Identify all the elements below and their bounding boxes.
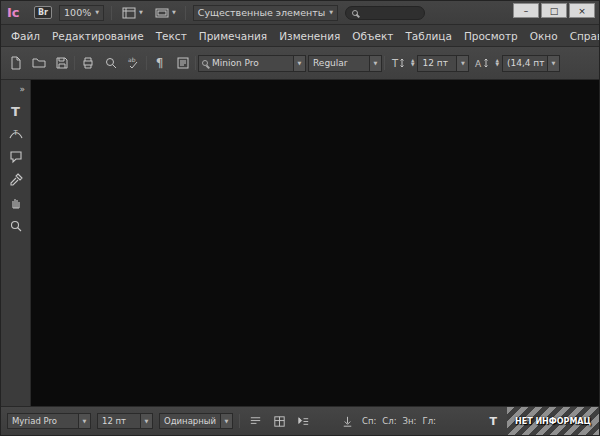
divider (74, 56, 75, 70)
workspace-label: Существенные элементы (198, 7, 325, 18)
type-on-path-icon: T (8, 126, 24, 142)
view-options-icon (121, 6, 137, 20)
text-frame-icon (175, 55, 191, 71)
menu-item-window[interactable]: Окно (524, 27, 564, 45)
grid-icon (272, 414, 287, 429)
eyedropper-icon (8, 172, 24, 188)
minimize-button[interactable]: – (513, 3, 539, 18)
layout-view-button[interactable] (270, 412, 288, 430)
menu-item-view[interactable]: Просмотр (458, 27, 524, 45)
menu-item-notes[interactable]: Примечания (193, 27, 273, 45)
font-family-value: Minion Pro (208, 58, 293, 68)
chevron-down-icon[interactable]: ▼ (140, 414, 152, 428)
close-button[interactable]: × (569, 3, 595, 18)
chevron-down-icon: ▼ (329, 10, 333, 15)
flyout-menu-button[interactable] (294, 412, 312, 430)
depth-counter-label: Гл: (422, 416, 435, 426)
spellcheck-button[interactable]: ab (123, 53, 144, 73)
workspace-switcher[interactable]: Существенные элементы ▼ (193, 5, 338, 21)
spinner-down-icon[interactable]: ▼ (495, 63, 498, 67)
screen-mode-button[interactable]: ▼ (152, 5, 178, 21)
leading-dropdown[interactable]: (14,4 пт ▼ (502, 55, 560, 72)
copyfit-button[interactable] (338, 412, 356, 430)
bridge-button[interactable]: Br (34, 6, 52, 19)
collapse-panel-button[interactable]: » (14, 82, 30, 100)
menu-item-type[interactable]: Текст (150, 27, 193, 45)
divider (239, 414, 240, 428)
new-document-button[interactable] (5, 53, 26, 73)
eyedropper-tool[interactable] (4, 169, 28, 191)
font-style-dropdown[interactable]: Regular ▼ (308, 55, 382, 72)
menu-item-object[interactable]: Объект (346, 27, 399, 45)
incopy-logo: Ic (7, 5, 27, 20)
print-icon (80, 55, 96, 71)
chevron-down-icon[interactable]: ▼ (547, 56, 559, 71)
text-indicator[interactable]: T (485, 415, 501, 428)
menu-item-edit[interactable]: Редактирование (46, 27, 150, 45)
divider (111, 6, 112, 20)
arrow-down-icon (340, 414, 355, 429)
svg-text:ab: ab (128, 56, 136, 63)
search-icon (352, 10, 358, 16)
chevron-down-icon[interactable]: ▼ (293, 56, 305, 71)
print-button[interactable] (77, 53, 98, 73)
chevron-down-icon[interactable]: ▼ (78, 414, 90, 428)
open-button[interactable] (28, 53, 49, 73)
chevron-down-icon[interactable]: ▼ (220, 414, 232, 428)
incopy-window: Ic Br 100% ▼ ▼ ▼ Существенные элементы ▼… (0, 0, 600, 436)
status-font-family-dropdown[interactable]: Myriad Pro ▼ (7, 413, 91, 429)
window-controls: – □ × (513, 3, 595, 18)
search-icon (103, 55, 119, 71)
note-icon (8, 149, 24, 165)
type-tool[interactable]: T (4, 100, 28, 122)
screen-mode-icon (154, 6, 170, 20)
story-frame-button[interactable] (172, 53, 193, 73)
status-font-size-dropdown[interactable]: 12 пт ▼ (97, 413, 153, 429)
depth-counter: Гл: (422, 416, 435, 426)
view-options-button[interactable]: ▼ (119, 5, 145, 21)
chevron-down-icon[interactable]: ▼ (369, 56, 381, 71)
text-lines-icon (248, 414, 263, 429)
control-bar: ab ¶ Minion Pro ▼ Regular ▼ T ▲ ▼ 12 пт … (1, 47, 599, 80)
tools-panel: » T T (1, 80, 31, 406)
paragraph-icon: ¶ (156, 56, 164, 70)
note-tool[interactable] (4, 146, 28, 168)
svg-text:T: T (391, 58, 399, 69)
characters-counter: Зн: (403, 416, 417, 426)
line-spacing-value: Одинарный (160, 416, 220, 426)
find-button[interactable] (100, 53, 121, 73)
menu-item-file[interactable]: Файл (5, 27, 46, 45)
type-tool-icon: T (11, 104, 20, 119)
leading-stepper[interactable]: ▲ ▼ (494, 59, 499, 67)
line-spacing-dropdown[interactable]: Одинарный ▼ (159, 413, 233, 429)
zoom-icon (8, 218, 24, 234)
zoom-dropdown[interactable]: 100% ▼ (59, 5, 104, 21)
menu-item-help[interactable]: Справка (564, 27, 600, 45)
menu-item-changes[interactable]: Изменения (273, 27, 346, 45)
divider (384, 56, 385, 70)
new-document-icon (8, 55, 24, 71)
save-button[interactable] (51, 53, 72, 73)
chevron-down-icon[interactable]: ▼ (456, 56, 468, 71)
hand-icon (8, 195, 24, 211)
hidden-characters-button[interactable]: ¶ (149, 53, 170, 73)
maximize-button[interactable]: □ (541, 3, 567, 18)
no-info-status: НЕТ ИНФОРМАЦ (507, 407, 599, 435)
spinner-down-icon[interactable]: ▼ (411, 63, 414, 67)
search-input[interactable] (345, 6, 425, 20)
font-size-dropdown[interactable]: 12 пт ▼ (417, 55, 469, 72)
font-size-control: T (387, 53, 408, 73)
divider (146, 56, 147, 70)
font-size-stepper[interactable]: ▲ ▼ (410, 59, 415, 67)
font-family-dropdown[interactable]: Minion Pro ▼ (198, 55, 306, 72)
leading-control: A (471, 53, 492, 73)
hand-tool[interactable] (4, 192, 28, 214)
open-folder-icon (31, 55, 47, 71)
divider (195, 56, 196, 70)
menu-item-table[interactable]: Таблица (399, 27, 457, 45)
status-bar: Myriad Pro ▼ 12 пт ▼ Одинарный ▼ Сп: Сл: (1, 406, 599, 435)
type-on-path-tool[interactable]: T (4, 123, 28, 145)
zoom-tool[interactable] (4, 215, 28, 237)
chevron-down-icon: ▼ (172, 10, 176, 15)
galley-view-button[interactable] (246, 412, 264, 430)
